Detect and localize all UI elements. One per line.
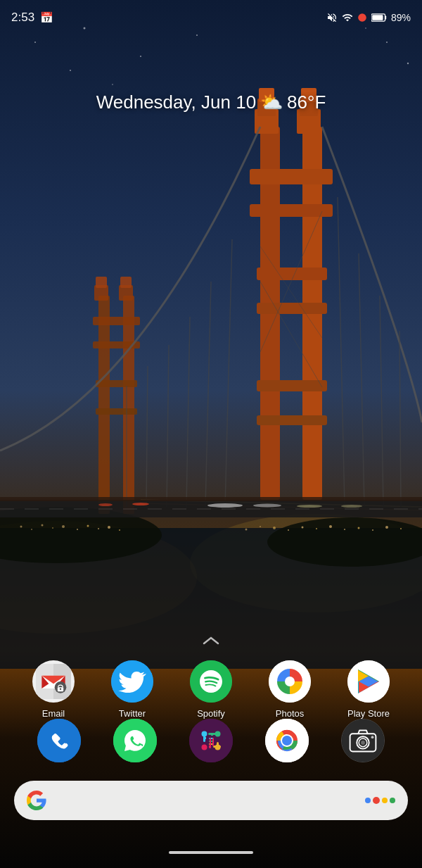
status-left: 2:53 📅	[11, 11, 53, 25]
svg-point-17	[245, 529, 248, 531]
svg-point-118	[215, 745, 221, 750]
email-app[interactable]: Email	[22, 660, 85, 719]
calendar-icon: 📅	[40, 11, 53, 24]
svg-point-27	[385, 526, 388, 529]
svg-point-12	[77, 529, 78, 530]
battery-icon	[371, 13, 387, 23]
whatsapp-app[interactable]	[113, 719, 157, 762]
svg-point-28	[400, 528, 402, 529]
svg-point-18	[260, 526, 261, 527]
svg-point-15	[108, 526, 110, 529]
svg-point-138	[361, 741, 365, 745]
svg-point-83	[386, 42, 388, 43]
assistant-button[interactable]	[365, 797, 395, 804]
svg-point-13	[87, 525, 89, 527]
home-indicator	[169, 851, 253, 854]
slack-icon	[189, 719, 233, 762]
camera-icon	[341, 719, 385, 762]
camera-app[interactable]	[341, 719, 385, 762]
twitter-label: Twitter	[119, 708, 146, 719]
svg-rect-101	[190, 660, 232, 703]
svg-rect-124	[210, 738, 211, 746]
svg-point-103	[285, 677, 295, 686]
svg-point-117	[215, 731, 221, 737]
google-logo	[27, 791, 46, 810]
svg-point-8	[31, 529, 32, 530]
svg-point-77	[34, 42, 36, 43]
svg-rect-89	[372, 15, 383, 20]
svg-point-139	[371, 736, 374, 738]
slack-app[interactable]	[189, 719, 233, 762]
svg-rect-36	[257, 303, 327, 314]
playstore-icon	[347, 660, 390, 703]
dock-arrow	[197, 634, 225, 650]
svg-rect-46	[123, 296, 134, 514]
svg-rect-37	[257, 380, 327, 391]
playstore-app[interactable]: Play Store	[337, 660, 400, 719]
svg-point-22	[316, 528, 317, 529]
svg-point-119	[202, 745, 207, 750]
svg-rect-47	[93, 317, 140, 325]
svg-point-20	[288, 529, 289, 531]
svg-point-81	[70, 70, 71, 71]
svg-point-72	[253, 504, 281, 508]
app-grid: Email Twitter Spotify	[0, 660, 422, 727]
svg-rect-33	[250, 169, 333, 184]
date-text: Wednesday, Jun 10	[96, 92, 256, 113]
svg-point-7	[20, 526, 23, 528]
svg-point-25	[358, 527, 360, 529]
photos-label: Photos	[276, 708, 304, 719]
search-bar[interactable]	[14, 781, 408, 820]
svg-point-73	[297, 505, 322, 508]
email-label: Email	[42, 708, 65, 719]
status-right: 89%	[326, 12, 411, 23]
battery-text: 89%	[391, 12, 411, 23]
svg-point-74	[341, 505, 362, 508]
email-icon	[32, 660, 75, 703]
phone-icon	[37, 719, 81, 762]
mute-icon	[326, 12, 338, 23]
whatsapp-icon	[113, 719, 157, 762]
svg-point-84	[407, 63, 409, 64]
twitter-app[interactable]: Twitter	[101, 660, 164, 719]
date-widget: Wednesday, Jun 10 ⛅ 86°F	[0, 92, 422, 113]
temperature-text: 86°F	[287, 92, 326, 113]
svg-point-86	[358, 13, 366, 22]
svg-point-16	[119, 529, 120, 531]
svg-rect-54	[120, 277, 132, 288]
svg-rect-49	[96, 380, 137, 387]
chrome-icon	[265, 719, 309, 762]
photos-icon	[269, 660, 311, 703]
svg-point-71	[207, 503, 243, 508]
weather-display: Wednesday, Jun 10 ⛅ 86°F	[96, 92, 326, 113]
wifi-icon	[342, 12, 353, 23]
svg-point-26	[372, 529, 373, 531]
spotify-label: Spotify	[197, 708, 225, 719]
svg-point-23	[329, 525, 332, 528]
svg-rect-38	[257, 415, 327, 425]
record-icon	[357, 13, 367, 23]
svg-rect-53	[96, 277, 107, 288]
svg-rect-111	[208, 733, 216, 735]
svg-point-11	[62, 525, 65, 528]
svg-point-10	[52, 527, 53, 529]
svg-point-75	[132, 503, 149, 505]
svg-point-76	[98, 503, 113, 506]
svg-point-116	[202, 731, 207, 737]
status-time: 2:53	[11, 11, 34, 25]
status-bar: 2:53 📅 89%	[0, 0, 422, 35]
spotify-app[interactable]: Spotify	[179, 660, 243, 719]
app-row-1: Email Twitter Spotify	[14, 660, 408, 719]
twitter-icon	[111, 660, 153, 703]
svg-rect-50	[96, 408, 137, 415]
svg-rect-105	[37, 719, 81, 762]
phone-app[interactable]	[37, 719, 81, 762]
svg-rect-45	[98, 296, 110, 514]
dock	[0, 719, 422, 762]
playstore-label: Play Store	[347, 708, 390, 719]
svg-point-82	[112, 84, 113, 85]
photos-app[interactable]: Photos	[258, 660, 321, 719]
svg-point-79	[140, 56, 141, 57]
chrome-app[interactable]	[265, 719, 309, 762]
svg-rect-88	[385, 15, 386, 19]
